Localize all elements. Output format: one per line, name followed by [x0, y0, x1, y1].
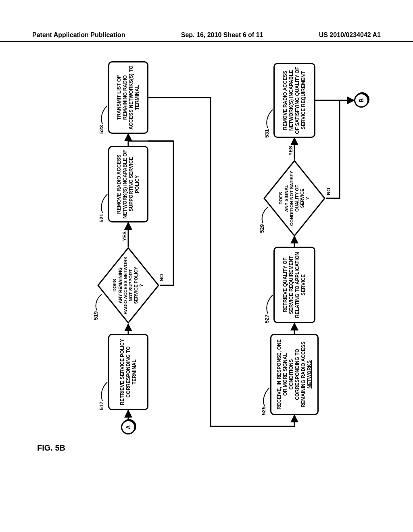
decision-529-text: DOES ANY SIGNAL CONDITION NOT SATISFY QU… [278, 168, 310, 229]
decision-519-text: DOES ANY REMAINING RADIO ACCESS NETWORK … [112, 255, 144, 316]
box-517: RETRIEVE SERVICE POLICY CORRESPONDING TO… [108, 334, 148, 410]
ref-531: 531 [264, 129, 270, 138]
flowchart-5b: A RETRIEVE SERVICE POLICY CORRESPONDING … [52, 60, 383, 439]
ref-521: 521 [98, 214, 104, 222]
box-525: RECEIVE, IN RESPONSE, ONE OR MORE SIGNAL… [270, 334, 319, 415]
box-521-text: REMOVE RADIO ACCESS NETWORK(S) INCAPABLE… [116, 150, 140, 219]
box-521: REMOVE RADIO ACCESS NETWORK(S) INCAPABLE… [108, 146, 148, 222]
connector-a: A [121, 420, 136, 434]
decision-519: DOES ANY REMAINING RADIO ACCESS NETWORK … [97, 247, 160, 324]
page-header: Patent Application Publication Sep. 16, … [0, 31, 413, 42]
ref-517: 517 [98, 401, 104, 410]
header-left: Patent Application Publication [32, 31, 125, 39]
box-523-text: TRANSMIT LIST OF REMAINING RADIO ACCESS … [116, 65, 140, 130]
box-525-text: RECEIVE, IN RESPONSE, ONE OR MORE SIGNAL… [276, 337, 313, 411]
header-right: US 2010/0234042 A1 [319, 31, 381, 39]
box-527: RETRIEVE QUALITY OF SERVICE REQUIREMENT … [273, 247, 315, 323]
box-523: TRANSMIT LIST OF REMAINING RADIO ACCESS … [108, 61, 148, 134]
edge-529-no: NO [326, 188, 332, 195]
connector-b-label: B [358, 98, 365, 102]
decision-529: DOES ANY SIGNAL CONDITION NOT SATISFY QU… [263, 160, 326, 237]
connector-a-label: A [125, 425, 131, 429]
box-517-text: RETRIEVE SERVICE POLICY CORRESPONDING TO… [119, 337, 138, 407]
edge-529-yes: YES [288, 146, 294, 156]
header-mid: Sep. 16, 2010 Sheet 6 of 11 [181, 31, 263, 39]
ref-523: 523 [98, 125, 104, 134]
box-531: REMOVE RADIO ACCESS NETWORK(S) INCAPABLE… [273, 63, 315, 138]
edge-519-no: NO [159, 274, 165, 281]
connector-b: B [354, 93, 369, 108]
box-525-networks: NETWORKS [307, 360, 312, 389]
figure-label: FIG. 5B [37, 443, 65, 453]
edge-519-yes: YES [122, 231, 127, 241]
box-527-text: RETRIEVE QUALITY OF SERVICE REQUIREMENT … [282, 250, 307, 320]
ref-527: 527 [264, 314, 270, 323]
ref-519: 519 [93, 311, 99, 320]
box-531-text: REMOVE RADIO ACCESS NETWORK(S) INCAPABLE… [282, 66, 307, 134]
ref-525: 525 [261, 406, 267, 415]
ref-529: 529 [259, 224, 265, 233]
